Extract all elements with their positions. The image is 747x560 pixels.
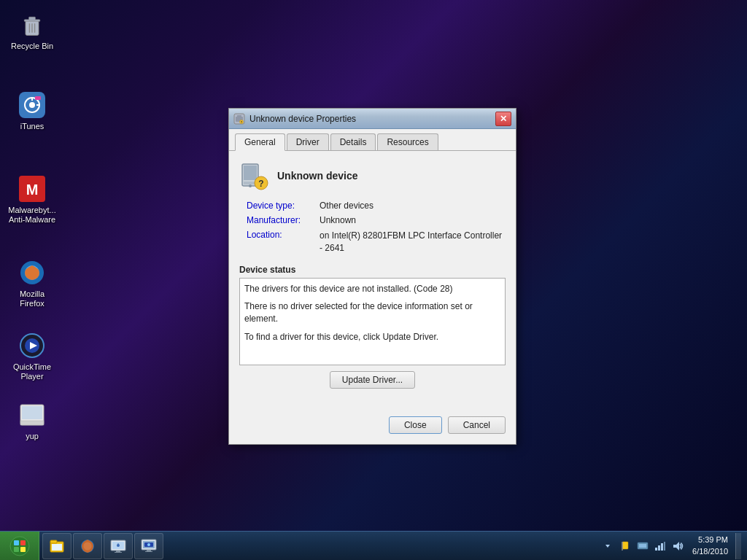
svg-rect-37: [14, 547, 19, 552]
location-value: on Intel(R) 82801FBM LPC Interface Contr…: [320, 230, 506, 254]
itunes-label: iTunes: [20, 122, 44, 131]
manufacturer-label: Manufacturer:: [247, 215, 320, 225]
dialog-title: Unknown device Properties: [249, 114, 495, 124]
svg-text:M: M: [26, 182, 39, 198]
svg-rect-52: [147, 550, 151, 551]
device-info: Device type: Other devices Manufacturer:…: [247, 201, 506, 254]
firefox-desktop-icon[interactable]: Mozilla Firefox: [6, 255, 58, 311]
tab-general[interactable]: General: [235, 133, 285, 151]
close-dialog-button[interactable]: Close: [389, 416, 442, 434]
svg-rect-40: [50, 540, 57, 543]
malwarebytes-label: Malwarebyt... Anti-Malware: [8, 206, 55, 225]
malwarebytes-icon[interactable]: M Malwarebyt... Anti-Malware: [6, 171, 58, 228]
tray-signal-icon[interactable]: [653, 533, 667, 559]
svg-rect-64: [664, 542, 665, 551]
svg-text:?: ?: [258, 179, 263, 189]
tray-flag-icon[interactable]: [618, 533, 632, 559]
clock-time: 5:39 PM: [698, 534, 728, 545]
device-name: Unknown device: [277, 170, 357, 182]
svg-marker-65: [673, 542, 679, 551]
status-line-1: The drivers for this device are not inst…: [244, 283, 500, 295]
dialog-window: ? Unknown device Properties ✕ General Dr…: [228, 108, 516, 445]
svg-point-34: [10, 537, 29, 556]
tray-sound-icon[interactable]: [670, 533, 685, 559]
tab-resources[interactable]: Resources: [377, 133, 438, 150]
close-button[interactable]: ✕: [495, 112, 511, 126]
taskbar-items: [39, 532, 595, 560]
recycle-bin-label: Recycle Bin: [11, 42, 53, 51]
update-driver-button[interactable]: Update Driver...: [330, 371, 415, 389]
tray-arrow-icon[interactable]: [600, 533, 615, 559]
svg-rect-46: [116, 551, 120, 552]
itunes-icon[interactable]: iTunes: [6, 88, 58, 134]
desktop: Recycle Bin iTunes M Malwarebyt... Anti-…: [0, 0, 747, 560]
svg-rect-11: [35, 96, 41, 100]
svg-rect-62: [658, 545, 660, 551]
svg-rect-61: [655, 548, 657, 551]
svg-rect-41: [52, 544, 62, 551]
yup-icon[interactable]: yup: [6, 397, 58, 444]
tab-details[interactable]: Details: [330, 133, 376, 150]
svg-rect-47: [115, 552, 122, 553]
svg-rect-36: [20, 540, 26, 545]
taskbar: 5:39 PM 6/18/2010: [0, 531, 747, 560]
dialog-titlebar: ? Unknown device Properties ✕: [229, 109, 516, 129]
quicktime-icon[interactable]: QuickTime Player: [6, 328, 58, 384]
quicktime-label: QuickTime Player: [9, 362, 55, 381]
svg-rect-60: [639, 544, 646, 548]
svg-rect-63: [661, 543, 663, 551]
device-type-value: Other devices: [320, 201, 506, 211]
status-line-2: There is no driver selected for the devi…: [244, 300, 500, 325]
location-label: Location:: [247, 230, 320, 254]
svg-rect-21: [22, 406, 42, 419]
svg-rect-22: [20, 421, 44, 425]
dialog-content: ? Unknown device Device type: Other devi…: [229, 151, 516, 409]
device-status-box[interactable]: The drivers for this device are not inst…: [239, 278, 506, 365]
recycle-bin-icon[interactable]: Recycle Bin: [6, 7, 58, 54]
svg-rect-25: [237, 115, 241, 117]
svg-marker-56: [605, 545, 610, 548]
firefox-desktop-label: Mozilla Firefox: [9, 289, 55, 308]
device-type-label: Device type:: [247, 201, 320, 211]
svg-rect-57: [622, 542, 628, 549]
taskbar-display-pin[interactable]: [134, 533, 163, 559]
status-line-3: To find a driver for this device, click …: [244, 331, 500, 343]
taskbar-explorer-pin[interactable]: [42, 533, 71, 559]
svg-rect-29: [244, 166, 257, 180]
yup-label: yup: [26, 432, 39, 441]
device-status-section: Device status The drivers for this devic…: [239, 265, 506, 389]
tray-network-icon[interactable]: [635, 533, 650, 559]
show-desktop-button[interactable]: [735, 533, 741, 559]
svg-rect-53: [145, 551, 152, 552]
manufacturer-value: Unknown: [320, 215, 506, 225]
device-status-label: Device status: [239, 265, 506, 275]
svg-rect-38: [20, 547, 26, 552]
svg-rect-35: [14, 540, 19, 545]
device-header: ? Unknown device: [239, 161, 506, 190]
svg-point-8: [29, 102, 35, 108]
taskbar-firefox-pin[interactable]: [73, 533, 102, 559]
taskbar-network-pin[interactable]: [104, 533, 133, 559]
clock[interactable]: 5:39 PM 6/18/2010: [688, 534, 732, 557]
dialog-buttons: Close Cancel: [229, 409, 516, 444]
dialog-tabs: General Driver Details Resources: [229, 129, 516, 151]
start-button[interactable]: [0, 532, 39, 561]
taskbar-right: 5:39 PM 6/18/2010: [595, 532, 747, 560]
tab-driver[interactable]: Driver: [287, 133, 329, 150]
device-icon: ?: [239, 161, 268, 190]
svg-point-31: [249, 184, 252, 187]
svg-rect-2: [29, 17, 36, 20]
clock-date: 6/18/2010: [692, 546, 728, 557]
svg-point-55: [147, 543, 150, 546]
cancel-button[interactable]: Cancel: [448, 416, 506, 434]
